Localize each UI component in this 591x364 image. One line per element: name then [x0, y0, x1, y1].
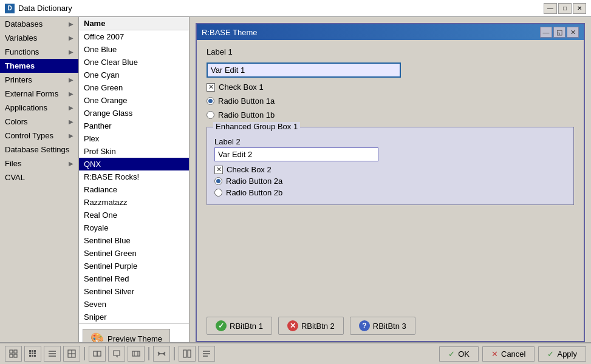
preview-area: R:BASE Theme — ◱ ✕ Label 1 ✕ Check — [190, 17, 591, 342]
toolbar-btn-7[interactable] — [128, 346, 145, 362]
theme-item-realone[interactable]: Real One — [79, 209, 189, 221]
toolbar-btn-1[interactable] — [5, 346, 22, 362]
sidebar-item-functions[interactable]: Functions ▶ — [0, 45, 78, 59]
rbit-btn-2[interactable]: ✕ RBitBtn 2 — [278, 317, 344, 335]
theme-item-oneclearblue[interactable]: One Clear Blue — [79, 56, 189, 69]
sidebar-item-external-forms[interactable]: External Forms ▶ — [0, 87, 78, 101]
svg-rect-31 — [188, 350, 191, 357]
theme-item-qnx[interactable]: QNX — [79, 158, 189, 170]
theme-item-office2007[interactable]: Office 2007 — [79, 30, 189, 43]
theme-item-sniper[interactable]: Sniper — [79, 311, 189, 323]
sidebar-arrow-applications: ▶ — [69, 104, 73, 111]
checkbox-1-label: Check Box 1 — [219, 83, 264, 92]
sidebar-label-applications: Applications — [5, 103, 47, 112]
theme-item-oneblue[interactable]: One Blue — [79, 43, 189, 56]
rbit-btn-2-icon: ✕ — [287, 320, 298, 331]
rbase-restore-btn[interactable]: ◱ — [553, 27, 565, 38]
theme-item-onegreen[interactable]: One Green — [79, 81, 189, 94]
toolbar-btn-10[interactable] — [198, 346, 215, 362]
toolbar-btn-6[interactable] — [108, 346, 125, 362]
checkbox-1-box[interactable]: ✕ — [207, 83, 215, 92]
theme-item-sentinelblue[interactable]: Sentinel Blue — [79, 234, 189, 247]
theme-item-seven[interactable]: Seven — [79, 298, 189, 311]
theme-item-rbaserocks[interactable]: R:BASE Rocks! — [79, 170, 189, 183]
var-edit-1[interactable] — [207, 62, 401, 78]
theme-item-plex[interactable]: Plex — [79, 132, 189, 145]
minimize-button[interactable]: — — [544, 3, 557, 14]
rbase-title-bar: R:BASE Theme — ◱ ✕ — [197, 24, 584, 40]
rbit-btn-3[interactable]: ? RBitBtn 3 — [350, 317, 415, 335]
maximize-button[interactable]: □ — [558, 3, 572, 14]
sidebar-label-external-forms: External Forms — [5, 89, 58, 98]
ok-button[interactable]: ✓ OK — [439, 346, 479, 362]
svg-rect-2 — [10, 354, 13, 357]
var-edit-2[interactable] — [214, 147, 378, 161]
toolbar-btn-5[interactable] — [89, 346, 106, 362]
svg-rect-19 — [94, 351, 97, 356]
close-button[interactable]: ✕ — [573, 3, 586, 14]
theme-item-sentinelsilver[interactable]: Sentinel Silver — [79, 285, 189, 298]
sidebar-item-databases[interactable]: Databases ▶ — [0, 17, 78, 31]
theme-item-royale[interactable]: Royale — [79, 221, 189, 234]
theme-item-sentinelgreen[interactable]: Sentinel Green — [79, 247, 189, 260]
sidebar-arrow-colors: ▶ — [69, 118, 73, 125]
sidebar-item-control-types[interactable]: Control Types ▶ — [0, 129, 78, 143]
radio-1b-row: Radio Button 1b — [207, 110, 574, 120]
preview-theme-button[interactable]: 🎨 Preview Theme — [83, 329, 170, 342]
radio-2a-button[interactable] — [214, 177, 222, 185]
rbit-btn-1[interactable]: ✓ RBitBtn 1 — [207, 317, 272, 335]
toolbar-btn-4[interactable] — [63, 346, 80, 362]
radio-1a-button[interactable] — [207, 97, 214, 105]
sidebar: Databases ▶ Variables ▶ Functions ▶ Them… — [0, 17, 79, 342]
radio-1b-label: Radio Button 1b — [218, 110, 275, 120]
rbase-minimize-btn[interactable]: — — [540, 27, 552, 38]
sidebar-item-database-settings[interactable]: Database Settings — [0, 143, 78, 157]
sidebar-item-themes[interactable]: Themes — [0, 59, 78, 73]
radio-2b-button[interactable] — [214, 189, 222, 197]
radio-1b-button[interactable] — [207, 111, 214, 119]
theme-item-panther[interactable]: Panther — [79, 120, 189, 132]
theme-item-sentinelred[interactable]: Sentinel Red — [79, 272, 189, 285]
svg-rect-3 — [14, 354, 17, 357]
theme-item-oneorange[interactable]: One Orange — [79, 94, 189, 107]
checkbox-2-row: ✕ Check Box 2 — [214, 165, 566, 174]
rbase-win-buttons: — ◱ ✕ — [540, 27, 579, 38]
svg-rect-4 — [29, 350, 31, 352]
sidebar-item-printers[interactable]: Printers ▶ — [0, 73, 78, 87]
sidebar-item-variables[interactable]: Variables ▶ — [0, 31, 78, 45]
theme-item-radiance[interactable]: Radiance — [79, 183, 189, 196]
toolbar-btn-3[interactable] — [44, 346, 61, 362]
toolbar-left — [5, 346, 215, 362]
svg-marker-21 — [114, 351, 120, 357]
cancel-button[interactable]: ✕ Cancel — [482, 346, 535, 362]
sidebar-label-databases: Databases — [5, 19, 43, 29]
bottom-toolbar: ✓ OK ✕ Cancel ✓ Apply — [0, 342, 591, 364]
svg-rect-9 — [34, 352, 36, 354]
sidebar-item-files[interactable]: Files ▶ — [0, 157, 78, 170]
toolbar-btn-8[interactable] — [153, 346, 170, 362]
cancel-label: Cancel — [501, 349, 525, 359]
checkbox-2-box[interactable]: ✕ — [214, 166, 223, 174]
sidebar-label-cval: CVAL — [5, 173, 25, 182]
theme-item-orangeglass[interactable]: Orange Glass — [79, 107, 189, 120]
toolbar-btn-2[interactable] — [24, 346, 41, 362]
sidebar-item-colors[interactable]: Colors ▶ — [0, 115, 78, 129]
rbase-close-btn[interactable]: ✕ — [567, 27, 579, 38]
main-layout: Databases ▶ Variables ▶ Functions ▶ Them… — [0, 17, 591, 342]
sidebar-label-colors: Colors — [5, 117, 28, 126]
svg-rect-8 — [32, 352, 33, 354]
rbit-btn-3-icon: ? — [359, 320, 370, 331]
theme-item-onecyan[interactable]: One Cyan — [79, 69, 189, 81]
svg-rect-20 — [97, 351, 101, 356]
sidebar-label-files: Files — [5, 159, 21, 168]
sidebar-item-applications[interactable]: Applications ▶ — [0, 101, 78, 115]
svg-rect-1 — [14, 350, 17, 353]
theme-item-razzmatazz[interactable]: Razzmatazz — [79, 196, 189, 209]
theme-item-profskin[interactable]: Prof Skin — [79, 145, 189, 158]
sidebar-item-cval[interactable]: CVAL — [0, 170, 78, 184]
apply-button[interactable]: ✓ Apply — [538, 346, 586, 362]
sidebar-arrow-variables: ▶ — [69, 35, 73, 41]
svg-rect-22 — [132, 351, 140, 356]
toolbar-btn-9[interactable] — [179, 346, 196, 362]
theme-item-sentinelpurple[interactable]: Sentinel Purple — [79, 260, 189, 272]
